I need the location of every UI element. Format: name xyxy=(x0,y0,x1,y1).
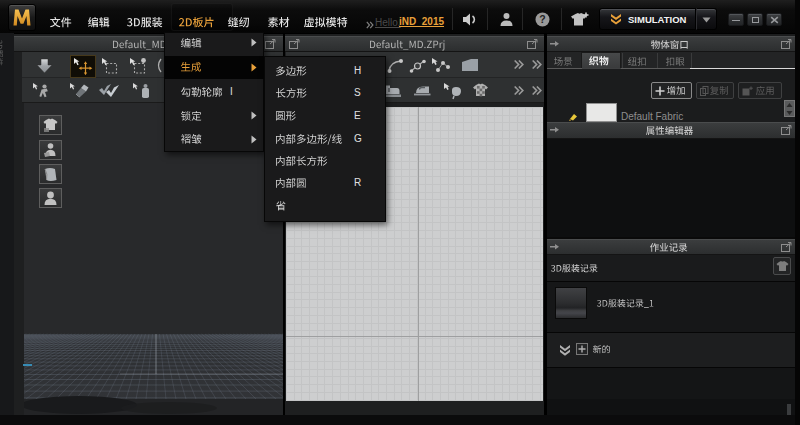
svg-text:?: ? xyxy=(539,13,545,25)
